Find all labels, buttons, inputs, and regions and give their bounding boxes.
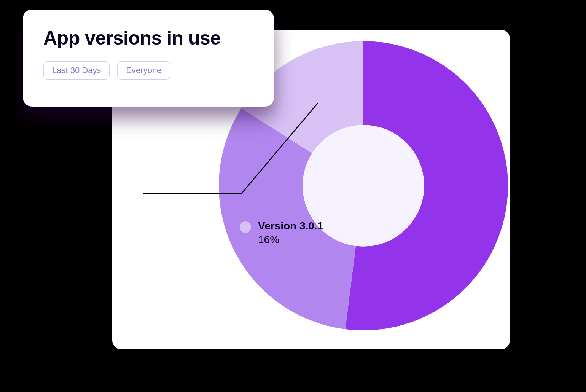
- filter-row: Last 30 Days Everyone: [43, 61, 253, 80]
- callout-label: Version 3.0.1: [258, 220, 323, 232]
- filter-audience[interactable]: Everyone: [117, 61, 170, 80]
- callout-text: Version 3.0.1 16%: [258, 220, 323, 246]
- callout-value: 16%: [258, 234, 323, 246]
- filter-time-range[interactable]: Last 30 Days: [43, 61, 110, 80]
- chart-callout: Version 3.0.1 16%: [240, 220, 323, 246]
- page-title: App versions in use: [43, 27, 253, 49]
- header-card: App versions in use Last 30 Days Everyon…: [23, 10, 274, 107]
- callout-swatch: [240, 221, 251, 233]
